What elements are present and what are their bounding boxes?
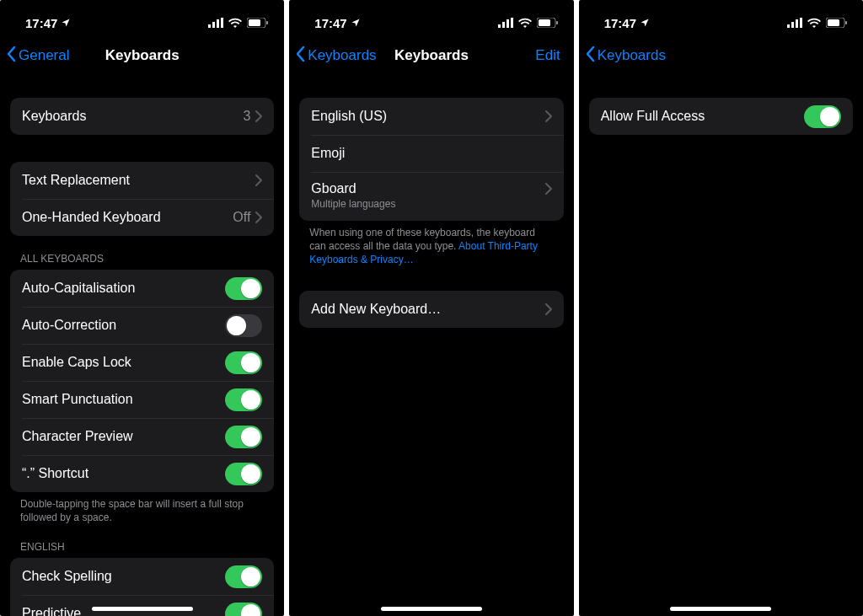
wifi-icon (228, 18, 242, 28)
section-header-english: ENGLISH (0, 524, 284, 558)
svg-rect-7 (498, 24, 501, 28)
svg-rect-14 (787, 24, 790, 28)
chevron-left-icon (7, 46, 17, 67)
svg-rect-1 (212, 22, 215, 28)
back-label: Keyboards (598, 47, 666, 64)
predictive-row: Predictive (10, 595, 274, 616)
screen-keyboard-list: 17:47 Ke (289, 0, 573, 616)
status-bar: 17:47 (289, 0, 573, 37)
svg-rect-3 (221, 18, 223, 28)
location-icon (351, 18, 361, 28)
battery-icon (826, 18, 848, 28)
svg-rect-12 (539, 19, 550, 26)
chevron-left-icon (586, 46, 596, 67)
svg-rect-16 (796, 19, 798, 28)
status-time: 17:47 (314, 16, 346, 30)
row-label: English (US) (311, 109, 544, 124)
row-label: Character Preview (22, 429, 225, 444)
row-label: Check Spelling (22, 569, 225, 584)
auto-capitalisation-toggle[interactable] (225, 277, 262, 300)
keyboard-emoji-row[interactable]: Emoji (299, 135, 563, 172)
svg-rect-0 (208, 24, 211, 28)
row-label: “.” Shortcut (22, 466, 225, 481)
status-bar: 17:47 (579, 0, 863, 37)
svg-rect-9 (507, 19, 509, 28)
one-handed-keyboard-row[interactable]: One-Handed Keyboard Off (10, 199, 274, 236)
row-label: Enable Caps Lock (22, 355, 225, 370)
wifi-icon (518, 18, 532, 28)
keyboards-row[interactable]: Keyboards 3 (10, 98, 274, 135)
row-label: Add New Keyboard… (311, 302, 544, 317)
nav-bar: General Keyboards (0, 37, 284, 74)
svg-rect-5 (249, 19, 260, 26)
predictive-toggle[interactable] (225, 603, 262, 616)
svg-rect-17 (800, 18, 802, 28)
enable-caps-lock-row: Enable Caps Lock (10, 344, 274, 381)
cellular-signal-icon (787, 18, 802, 28)
row-sublabel: Multiple languages (311, 198, 395, 210)
svg-rect-19 (828, 19, 839, 26)
chevron-left-icon (296, 46, 306, 67)
svg-rect-13 (556, 21, 558, 24)
row-label: One-Handed Keyboard (22, 210, 233, 225)
text-replacement-row[interactable]: Text Replacement (10, 162, 274, 199)
row-value: 3 (243, 109, 250, 124)
back-label: Keyboards (308, 47, 376, 64)
character-preview-toggle[interactable] (225, 426, 262, 448)
home-indicator[interactable] (670, 607, 771, 611)
location-icon (640, 18, 650, 28)
chevron-right-icon (255, 212, 262, 223)
check-spelling-row: Check Spelling (10, 558, 274, 595)
screen-gboard-settings: 17:47 Ke (579, 0, 863, 616)
auto-capitalisation-row: Auto-Capitalisation (10, 270, 274, 307)
cellular-signal-icon (498, 18, 513, 28)
back-label: General (19, 47, 69, 64)
svg-rect-2 (217, 19, 219, 28)
status-bar: 17:47 (0, 0, 284, 37)
nav-bar: Keyboards Keyboards Edit (289, 37, 573, 74)
smart-punctuation-toggle[interactable] (225, 388, 262, 411)
enable-caps-lock-toggle[interactable] (225, 351, 262, 374)
auto-correction-toggle[interactable] (225, 314, 262, 337)
add-new-keyboard-row[interactable]: Add New Keyboard… (299, 291, 563, 328)
character-preview-row: Character Preview (10, 418, 274, 455)
keyboard-english-row[interactable]: English (US) (299, 98, 563, 135)
row-label: Emoji (311, 146, 551, 161)
home-indicator[interactable] (92, 607, 193, 611)
row-label: Smart Punctuation (22, 392, 225, 407)
home-indicator[interactable] (381, 607, 482, 611)
allow-full-access-toggle[interactable] (804, 105, 841, 128)
row-label: Text Replacement (22, 173, 255, 188)
row-label: Keyboards (22, 109, 243, 124)
check-spelling-toggle[interactable] (225, 565, 262, 588)
dot-shortcut-toggle[interactable] (225, 463, 262, 485)
chevron-right-icon (545, 303, 552, 315)
back-button[interactable]: Keyboards (296, 46, 376, 67)
svg-rect-8 (502, 22, 505, 28)
wifi-icon (807, 18, 821, 28)
auto-correction-row: Auto-Correction (10, 307, 274, 344)
back-button[interactable]: General (7, 46, 83, 67)
cellular-signal-icon (208, 18, 223, 28)
chevron-right-icon (255, 174, 262, 186)
dot-shortcut-row: “.” Shortcut (10, 455, 274, 492)
smart-punctuation-row: Smart Punctuation (10, 381, 274, 418)
back-button[interactable]: Keyboards (586, 46, 666, 67)
edit-button[interactable]: Edit (527, 47, 567, 64)
screen-keyboard-settings: 17:47 Ge (0, 0, 284, 616)
row-label: Auto-Correction (22, 318, 225, 333)
location-icon (61, 18, 71, 28)
section-header-all-keyboards: ALL KEYBOARDS (0, 236, 284, 270)
row-label: Gboard (311, 181, 544, 196)
svg-rect-15 (791, 22, 794, 28)
status-time: 17:47 (25, 16, 57, 30)
svg-rect-20 (845, 21, 847, 24)
third-party-footer: When using one of these keyboards, the k… (289, 221, 573, 267)
battery-icon (247, 18, 269, 28)
chevron-right-icon (255, 110, 262, 122)
dot-shortcut-footer: Double-tapping the space bar will insert… (0, 492, 284, 524)
keyboard-gboard-row[interactable]: Gboard Multiple languages (299, 172, 563, 221)
row-label: Auto-Capitalisation (22, 281, 225, 296)
status-time: 17:47 (604, 16, 636, 30)
nav-bar: Keyboards (579, 37, 863, 74)
